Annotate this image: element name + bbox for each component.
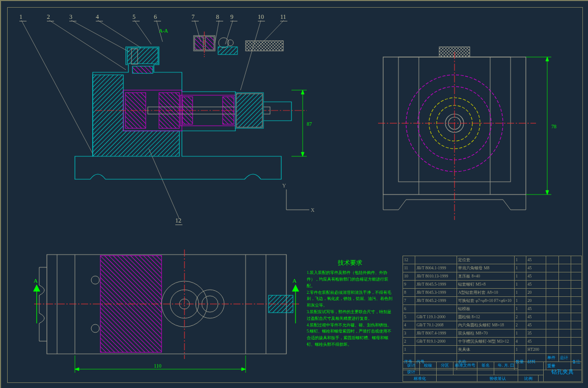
section-a-left: A xyxy=(34,278,38,284)
svg-point-65 xyxy=(91,324,99,332)
balloon-12: 12 xyxy=(175,217,182,225)
balloon-5: 5 xyxy=(132,13,140,21)
svg-line-10 xyxy=(225,20,233,44)
bom-row: 7JB/T 8045.2-1999可换钻套 φ7×φ8×10 F7×φ6×101… xyxy=(403,297,582,305)
svg-point-64 xyxy=(91,276,99,284)
svg-marker-77 xyxy=(242,368,246,371)
svg-line-9 xyxy=(215,20,219,43)
front-view: 87 A-A X Y xyxy=(16,16,317,225)
bom-row: 12定位套145 xyxy=(403,256,582,264)
bom-row: 5GB/T 119.1-2000圆柱销 8×12245 xyxy=(403,313,582,321)
balloon-11: 11 xyxy=(280,13,287,21)
tech-line-3: 3.装配应试写等，部件的主要联合尺寸，特别是过盈配合尺寸及相关精度进行复查。 xyxy=(307,309,393,322)
section-a-right: A xyxy=(292,278,297,284)
section-label-aa: A-A xyxy=(159,28,169,34)
tb-verify: 验收签认 xyxy=(477,375,518,382)
bom-row: 4GB/T 70.1-2008内六角圆柱头螺钉 M8×18245 xyxy=(403,321,582,329)
balloon-4: 4 xyxy=(96,13,103,21)
svg-marker-56 xyxy=(546,57,549,61)
bom-row: 11JB/T 8004.1-1999带肩六角螺母 M8145 xyxy=(403,264,582,272)
bom-row: 10JB/T 8010.13-1999直压板 8×40145 xyxy=(403,272,582,281)
svg-line-3 xyxy=(49,20,126,70)
drawing-canvas: 87 A-A X Y 1 2 3 4 5 6 7 8 9 10 11 12 78 xyxy=(0,0,588,388)
svg-marker-36 xyxy=(301,90,304,94)
balloon-3: 3 xyxy=(69,13,76,21)
dim-side-height: 78 xyxy=(551,124,556,129)
svg-rect-30 xyxy=(218,47,237,54)
tb-project: 钻孔夹具 xyxy=(544,362,582,382)
x-axis-label: X xyxy=(311,207,315,213)
svg-line-2 xyxy=(21,20,93,154)
bom-table: 12定位套14511JB/T 8004.1-1999带肩六角螺母 M814510… xyxy=(403,256,582,370)
plan-view: A A 110 xyxy=(26,234,302,382)
dim-plan-width: 110 xyxy=(154,363,162,369)
svg-rect-23 xyxy=(236,94,262,127)
balloon-9: 9 xyxy=(230,13,237,21)
tb-std: 标准文件号 xyxy=(453,362,477,369)
bom-row: 2GB/T 819.1-2000十字槽沉头螺钉-M型 M3×12445 xyxy=(403,338,582,346)
svg-rect-32 xyxy=(246,41,283,51)
svg-marker-37 xyxy=(301,152,304,156)
title-block: 设计 校核 分区 标准文件号 签名 年. 月. 日 钻孔夹具 设计 标准化 验收… xyxy=(403,362,582,382)
tb-design: 设计 xyxy=(403,362,420,369)
svg-marker-72 xyxy=(292,285,299,291)
bom-h-tot: 总计 xyxy=(558,354,571,362)
tech-req-title: 技术要求 xyxy=(307,258,393,268)
bom-header-row: 序号 代号 名称 数量 材料 单件 总计 备注 xyxy=(403,354,582,362)
bom-row: 6钻模板145 xyxy=(403,305,582,313)
tb-sig: 签名 xyxy=(477,362,494,369)
balloon-8: 8 xyxy=(216,13,223,21)
tb-standardize: 标准化 xyxy=(403,375,437,382)
svg-line-13 xyxy=(149,149,179,219)
svg-point-29 xyxy=(227,40,233,46)
tb-check: 校核 xyxy=(420,362,437,369)
technical-requirements: 技术要求 1.装入装配的零件及部件（包括外购件、外协件），均应具有检验部门的合格… xyxy=(307,258,393,348)
tb-approve: 分区 xyxy=(437,362,453,369)
y-axis-label: Y xyxy=(282,183,286,188)
balloon-2: 2 xyxy=(47,13,54,21)
svg-line-4 xyxy=(71,20,129,52)
balloon-7: 7 xyxy=(192,13,199,21)
svg-marker-70 xyxy=(34,285,40,291)
tech-line-1: 1.装入装配的零件及部件（包括外购件、外协件），均应具有检验部门的合格证方能进行… xyxy=(307,270,393,289)
balloon-6: 6 xyxy=(154,13,161,21)
svg-line-11 xyxy=(240,20,261,90)
bom-row: 9JB/T 8045.5-1999钻套螺钉 M5×8145 xyxy=(403,281,582,289)
tb-draft: 设计 xyxy=(403,369,420,375)
svg-marker-57 xyxy=(546,190,549,195)
svg-line-6 xyxy=(135,20,151,44)
dim-front-height: 87 xyxy=(307,121,312,127)
svg-marker-76 xyxy=(75,368,79,371)
side-view: 78 xyxy=(368,32,572,225)
balloon-1: 1 xyxy=(19,13,26,21)
svg-rect-26 xyxy=(205,37,214,50)
svg-line-5 xyxy=(98,20,141,48)
bom-row: 8JB/T 8045.3-1999A型钻套用衬套 A8×10120 xyxy=(403,289,582,297)
tech-line-5: 5.螺钉、螺栓和螺母紧固时，严禁打击或使用不合适的旋具和扳手，紧固后螺钉槽、螺母… xyxy=(307,328,393,348)
balloon-10: 10 xyxy=(258,13,265,21)
svg-rect-25 xyxy=(195,37,203,50)
tech-line-4: 4.装配过程中零件不允许磕、碰、划伤和锈蚀。 xyxy=(307,322,393,329)
tech-line-2: 2.零件在装配前必须清理和清洗干净，不得有毛刺，飞边，氧化皮，锈蚀，切屑、油污、… xyxy=(307,290,393,309)
tb-scale: 比例 xyxy=(518,375,539,382)
tb-date: 年. 月. 日 xyxy=(494,362,518,369)
bom-h-unit: 单件 xyxy=(546,354,558,362)
bom-row: 3JB/T 8007.4-1999双头螺柱 M8×70135 xyxy=(403,329,582,338)
bom-row: 1夹具体1HT200 xyxy=(403,346,582,354)
